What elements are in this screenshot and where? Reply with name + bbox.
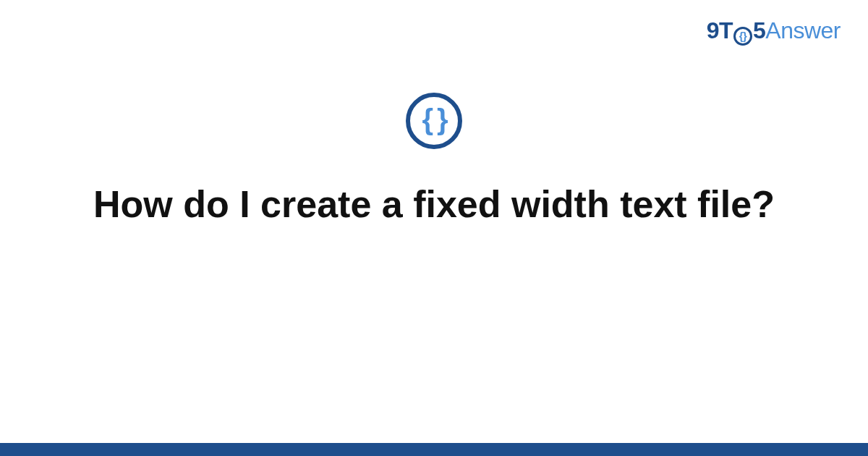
logo-text-9t: 9T bbox=[707, 17, 733, 44]
footer-accent-bar bbox=[0, 443, 868, 456]
logo-text-answer: Answer bbox=[765, 17, 841, 44]
logo-clock-icon: {} bbox=[733, 27, 752, 46]
braces-glyph: { } bbox=[422, 105, 446, 134]
page-title: How do I create a fixed width text file? bbox=[64, 181, 804, 228]
main-content: { } How do I create a fixed width text f… bbox=[0, 93, 868, 228]
site-logo: 9T {} 5 Answer bbox=[707, 17, 841, 44]
code-braces-icon: { } bbox=[406, 93, 462, 149]
logo-text-5: 5 bbox=[753, 17, 765, 44]
